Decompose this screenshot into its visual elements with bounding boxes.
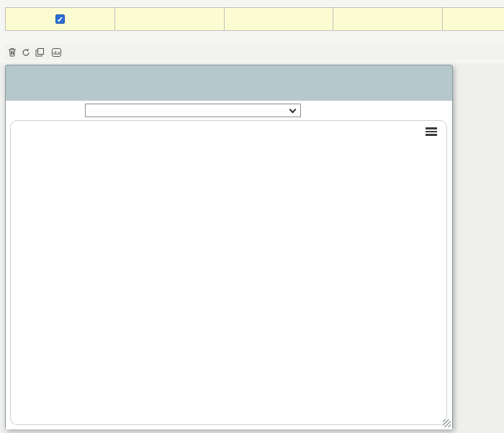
graph-type-select[interactable]	[85, 104, 301, 117]
copy-plus-icon	[35, 48, 44, 57]
dialog-content	[6, 101, 452, 429]
chevron-down-icon	[289, 106, 297, 114]
profit-chart-svg	[11, 121, 446, 403]
player-report-dialog	[5, 65, 453, 429]
visualize-button[interactable]	[52, 48, 64, 57]
table-row[interactable]: ✓	[6, 7, 504, 30]
filter-cell	[333, 7, 443, 30]
profit-sparkline	[471, 11, 504, 25]
row-checkbox[interactable]: ✓	[55, 14, 65, 24]
delete-button[interactable]	[8, 47, 17, 57]
resize-handle[interactable]	[443, 419, 451, 427]
refresh-button[interactable]	[22, 48, 30, 57]
country-cell	[224, 7, 333, 30]
trash-icon	[8, 47, 17, 57]
results-table: ✓	[5, 7, 504, 31]
results-table-section: ✓	[0, 0, 504, 63]
results-table-wrap: ✓	[5, 7, 504, 45]
add-stat-button[interactable]	[35, 48, 47, 57]
refresh-icon	[22, 48, 30, 57]
profit-chart-panel[interactable]	[10, 120, 447, 425]
toolbar	[5, 45, 504, 60]
visualize-icon	[52, 48, 61, 57]
page: ✓	[0, 0, 504, 433]
